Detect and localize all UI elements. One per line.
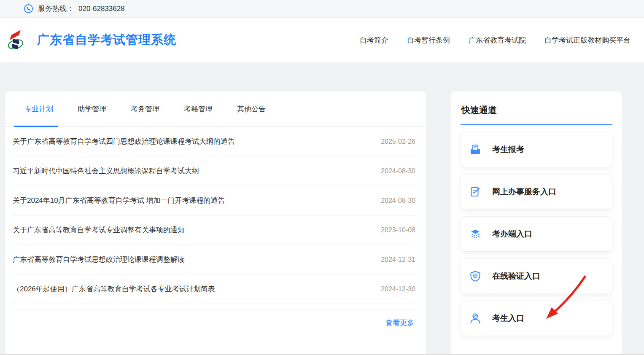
quick-link-online-services[interactable]: 网上办事服务入口	[461, 174, 612, 210]
quick-channel-title: 快速通道	[461, 91, 612, 125]
quick-link-candidate-registration[interactable]: 考生报考	[461, 132, 612, 167]
nav-link-textbook-platform[interactable]: 自学考试正版教材购买平台	[544, 35, 631, 45]
news-item-date: 2024-08-30	[381, 197, 415, 204]
nav-link-regulations[interactable]: 自考暂行条例	[407, 35, 450, 45]
news-item-title: 广东省高等教育自学考试思想政治理论课课程调整解读	[13, 255, 185, 264]
news-list-item[interactable]: 广东省高等教育自学考试思想政治理论课课程调整解读 2024-12-31	[13, 245, 415, 274]
tab-exam-records[interactable]: 考籍管理	[184, 91, 213, 126]
quick-link-candidate-portal[interactable]: 考生入口	[461, 301, 612, 336]
news-item-date: 2024-08-30	[381, 167, 415, 175]
site-logo-icon	[6, 28, 25, 52]
quick-link-label: 网上办事服务入口	[492, 186, 556, 197]
news-item-title: 关于广东省高等教育自学考试四门思想政治理论课课程考试大纲的通告	[13, 137, 235, 146]
news-list-item[interactable]: 关于广东省高等教育自学考试专业调整有关事项的通知 2023-10-08	[13, 215, 415, 245]
news-item-title: 习近平新时代中国特色社会主义思想概论课程自学考试大纲	[13, 166, 199, 176]
brand: 广东省自学考试管理系统	[6, 28, 176, 52]
header-nav: 自考简介 自考暂行条例 广东省教育考试院 自学考试正版教材购买平台	[360, 35, 631, 45]
news-item-date: 2024-12-31	[381, 256, 415, 264]
news-item-title: 关于广东省高等教育自学考试专业调整有关事项的通知	[13, 225, 185, 235]
hotline-label: 服务热线：	[38, 4, 74, 13]
main-content: 专业计划 助学管理 考务管理 考籍管理 其他公告 关于广东省高等教育自学考试四门…	[0, 62, 644, 355]
news-item-title: （2026年起使用）广东省高等教育自学考试各专业考试计划简表	[13, 284, 215, 294]
hotline-number: 020-62833628	[78, 5, 125, 13]
shield-check-icon	[469, 270, 481, 282]
list-divider	[13, 304, 415, 309]
news-list-item[interactable]: 关于2024年10月广东省高等教育自学考试 增加一门开考课程的通告 2024-0…	[13, 186, 415, 215]
site-title: 广东省自学考试管理系统	[37, 32, 176, 48]
quick-link-label: 考生入口	[492, 313, 524, 324]
news-item-title: 关于2024年10月广东省高等教育自学考试 增加一门开考课程的通告	[13, 196, 225, 205]
tab-study-support[interactable]: 助学管理	[78, 91, 106, 126]
nav-link-intro[interactable]: 自考简介	[360, 35, 388, 45]
quick-link-online-verification[interactable]: 在线验证入口	[461, 258, 612, 294]
quick-link-label: 考办端入口	[492, 229, 532, 239]
news-card: 专业计划 助学管理 考务管理 考籍管理 其他公告 关于广东省高等教育自学考试四门…	[5, 91, 426, 355]
tab-major-plan[interactable]: 专业计划	[24, 91, 53, 126]
news-tabs: 专业计划 助学管理 考务管理 考籍管理 其他公告	[5, 91, 426, 127]
tab-exam-affairs[interactable]: 考务管理	[131, 91, 159, 126]
news-list-item[interactable]: 关于广东省高等教育自学考试四门思想政治理论课课程考试大纲的通告 2025-02-…	[13, 127, 415, 156]
nav-link-exam-authority[interactable]: 广东省教育考试院	[469, 35, 526, 45]
quick-link-label: 在线验证入口	[492, 271, 540, 282]
tab-other-notices[interactable]: 其他公告	[237, 91, 266, 126]
hotline-bar: 服务热线：020-62833628	[0, 0, 644, 18]
view-more-link[interactable]: 查看更多	[5, 318, 414, 328]
news-list-item[interactable]: （2026年起使用）广东省高等教育自学考试各专业考试计划简表 2024-12-3…	[13, 274, 415, 304]
news-item-date: 2025-02-26	[381, 138, 415, 145]
site-header: 广东省自学考试管理系统 自考简介 自考暂行条例 广东省教育考试院 自学考试正版教…	[0, 18, 644, 62]
news-item-date: 2023-10-08	[381, 226, 415, 234]
news-item-date: 2024-12-30	[381, 285, 415, 293]
news-list-item[interactable]: 习近平新时代中国特色社会主义思想概论课程自学考试大纲 2024-08-30	[13, 156, 415, 186]
news-list: 关于广东省高等教育自学考试四门思想政治理论课课程考试大纲的通告 2025-02-…	[5, 127, 426, 309]
user-icon	[469, 312, 481, 324]
phone-icon	[24, 4, 33, 13]
quick-channel-panel: 快速通道 考生报考 网上办事服务入口	[451, 91, 622, 355]
layers-icon	[469, 228, 481, 240]
document-edit-icon	[469, 186, 481, 198]
quick-link-exam-office-portal[interactable]: 考办端入口	[461, 216, 612, 252]
quick-link-label: 考生报考	[492, 144, 524, 155]
inbox-icon	[469, 144, 481, 156]
